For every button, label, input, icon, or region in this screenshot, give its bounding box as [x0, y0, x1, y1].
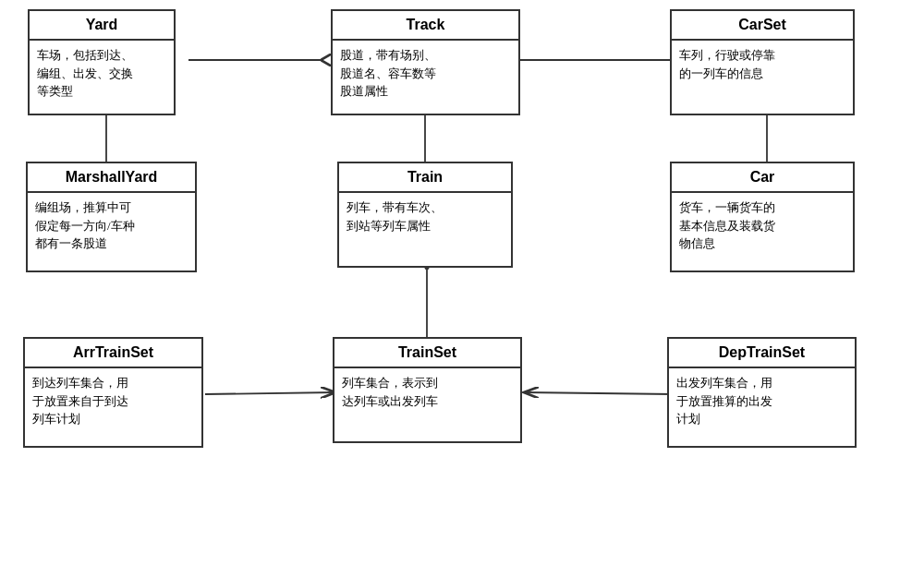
diagram-container: Yard 车场，包括到达、编组、出发、交换等类型 Track 股道，带有场别、股…	[0, 0, 924, 565]
track-title: Track	[333, 11, 518, 41]
yard-box: Yard 车场，包括到达、编组、出发、交换等类型	[28, 9, 176, 115]
deptrainset-body: 出发列车集合，用于放置推算的出发计划	[669, 368, 855, 434]
car-body: 货车，一辆货车的基本信息及装载货物信息	[672, 193, 853, 258]
arrtrainset-body: 到达列车集合，用于放置来自于到达列车计划	[25, 368, 201, 434]
yard-title: Yard	[30, 11, 174, 41]
svg-line-10	[524, 392, 673, 394]
car-box: Car 货车，一辆货车的基本信息及装载货物信息	[670, 162, 855, 272]
trainset-title: TrainSet	[334, 339, 520, 368]
svg-line-9	[205, 392, 335, 394]
deptrainset-title: DepTrainSet	[669, 339, 855, 368]
marshallyardset-title: MarshallYard	[28, 163, 195, 193]
track-body: 股道，带有场别、股道名、容车数等股道属性	[333, 41, 518, 106]
marshallyardset-body: 编组场，推算中可假定每一方向/车种都有一条股道	[28, 193, 195, 258]
train-title: Train	[339, 163, 511, 193]
train-box: Train 列车，带有车次、到站等列车属性	[337, 162, 513, 268]
trainset-body: 列车集合，表示到达列车或出发列车	[334, 368, 520, 415]
arrtrainset-box: ArrTrainSet 到达列车集合，用于放置来自于到达列车计划	[23, 337, 203, 448]
track-box: Track 股道，带有场别、股道名、容车数等股道属性	[331, 9, 520, 115]
deptrainset-box: DepTrainSet 出发列车集合，用于放置推算的出发计划	[667, 337, 857, 448]
car-title: Car	[672, 163, 853, 193]
arrtrainset-title: ArrTrainSet	[25, 339, 201, 368]
trainset-box: TrainSet 列车集合，表示到达列车或出发列车	[333, 337, 522, 443]
carset-box: CarSet 车列，行驶或停靠的一列车的信息	[670, 9, 855, 115]
marshallyardset-box: MarshallYard 编组场，推算中可假定每一方向/车种都有一条股道	[26, 162, 197, 272]
carset-title: CarSet	[672, 11, 853, 41]
yard-body: 车场，包括到达、编组、出发、交换等类型	[30, 41, 174, 106]
train-body: 列车，带有车次、到站等列车属性	[339, 193, 511, 240]
carset-body: 车列，行驶或停靠的一列车的信息	[672, 41, 853, 88]
